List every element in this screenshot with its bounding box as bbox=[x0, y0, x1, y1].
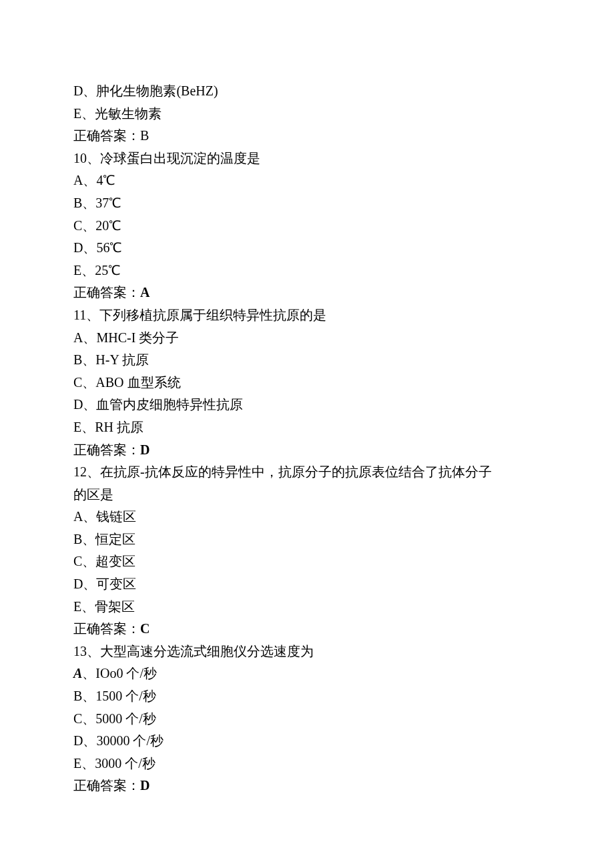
option-d-q11: D、血管内皮细胞特异性抗原 bbox=[73, 394, 541, 416]
answer-q12: 正确答案：C bbox=[73, 618, 541, 640]
option-e-q10: E、25℃ bbox=[73, 260, 541, 282]
option-c-q11: C、ABO 血型系统 bbox=[73, 372, 541, 394]
answer-label: 正确答案： bbox=[73, 621, 140, 636]
question-12-part1: 12、在抗原-抗体反应的特异性中，抗原分子的抗原表位结合了抗体分子 bbox=[73, 461, 541, 484]
option-d-q13: D、30000 个/秒 bbox=[73, 730, 541, 753]
answer-label: 正确答案： bbox=[73, 778, 140, 793]
answer-q9: 正确答案：B bbox=[73, 125, 541, 147]
option-a-q12: A、钱链区 bbox=[73, 506, 541, 528]
option-a-q10: A、4℃ bbox=[73, 169, 541, 192]
option-b-q12: B、恒定区 bbox=[73, 528, 541, 551]
option-c-q10: C、20℃ bbox=[73, 215, 541, 238]
option-e-q13: E、3000 个/秒 bbox=[73, 753, 541, 775]
option-c-q12: C、超变区 bbox=[73, 550, 541, 573]
question-12-part2: 的区是 bbox=[73, 484, 541, 506]
option-d-q9: D、肿化生物胞素(BeHZ) bbox=[73, 80, 541, 103]
option-b-q13: B、1500 个/秒 bbox=[73, 685, 541, 708]
option-e-q11: E、RH 抗原 bbox=[73, 416, 541, 439]
option-prefix: A bbox=[73, 666, 82, 681]
option-b-q11: B、H-Y 抗原 bbox=[73, 349, 541, 372]
answer-value: B bbox=[140, 128, 149, 143]
answer-q11: 正确答案：D bbox=[73, 439, 541, 462]
answer-value: D bbox=[140, 778, 149, 793]
answer-value: C bbox=[140, 621, 149, 636]
question-11: 11、下列移植抗原属于组织特异性抗原的是 bbox=[73, 304, 541, 327]
option-a-q13: A、IOo0 个/秒 bbox=[73, 663, 541, 685]
option-c-q13: C、5000 个/秒 bbox=[73, 708, 541, 731]
question-13: 13、大型高速分选流式细胞仪分选速度为 bbox=[73, 640, 541, 663]
answer-value: D bbox=[140, 442, 149, 457]
answer-label: 正确答案： bbox=[73, 442, 140, 457]
option-e-q9: E、光敏生物素 bbox=[73, 103, 541, 125]
option-d-q10: D、56℃ bbox=[73, 237, 541, 260]
answer-label: 正确答案： bbox=[73, 128, 140, 143]
option-e-q12: E、骨架区 bbox=[73, 596, 541, 618]
option-a-q11: A、MHC-I 类分子 bbox=[73, 327, 541, 350]
option-d-q12: D、可变区 bbox=[73, 573, 541, 596]
answer-q10: 正确答案：A bbox=[73, 282, 541, 304]
question-10: 10、冷球蛋白出现沉淀的温度是 bbox=[73, 147, 541, 170]
option-rest: 、IOo0 个/秒 bbox=[82, 666, 157, 681]
option-b-q10: B、37℃ bbox=[73, 192, 541, 215]
answer-q13: 正确答案：D bbox=[73, 775, 541, 797]
answer-label: 正确答案： bbox=[73, 285, 140, 300]
answer-value: A bbox=[140, 285, 149, 300]
